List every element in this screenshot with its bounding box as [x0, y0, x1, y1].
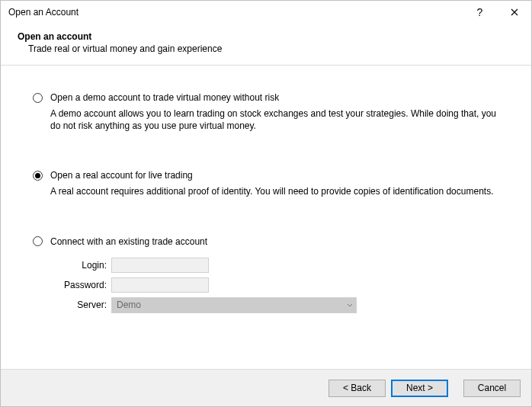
cancel-button[interactable]: Cancel [463, 380, 521, 397]
option-demo-title[interactable]: Open a demo account to trade virtual mon… [50, 92, 279, 103]
server-label: Server: [50, 300, 111, 310]
option-real: Open a real account for live trading A r… [33, 170, 508, 197]
radio-existing[interactable] [33, 236, 43, 246]
option-demo-desc: A demo account allows you to learn tradi… [50, 107, 508, 132]
option-existing-title[interactable]: Connect with an existing trade account [50, 236, 207, 247]
login-label: Login: [50, 260, 111, 271]
radio-demo[interactable] [33, 93, 43, 103]
back-button[interactable]: < Back [328, 380, 386, 397]
wizard-footer: < Back Next > Cancel [1, 369, 531, 406]
close-icon [511, 8, 518, 16]
server-select-value: Demo [117, 300, 141, 310]
content-area: Open a demo account to trade virtual mon… [1, 66, 531, 328]
server-select[interactable]: Demo [111, 297, 357, 313]
password-input[interactable] [111, 277, 209, 293]
next-button[interactable]: Next > [391, 380, 448, 397]
option-demo: Open a demo account to trade virtual mon… [33, 92, 508, 132]
login-input[interactable] [111, 258, 209, 273]
help-button[interactable]: ? [463, 1, 497, 24]
option-real-desc: A real account requires additional proof… [50, 185, 508, 197]
wizard-header: Open an account Trade real or virtual mo… [1, 24, 531, 65]
password-label: Password: [50, 280, 111, 290]
page-heading: Open an account [18, 31, 521, 42]
option-real-title[interactable]: Open a real account for live trading [50, 170, 193, 181]
page-subheading: Trade real or virtual money and gain exp… [28, 43, 521, 54]
option-existing: Connect with an existing trade account L… [33, 236, 508, 313]
window-title: Open an Account [8, 7, 463, 18]
radio-real[interactable] [33, 171, 43, 181]
titlebar: Open an Account ? [1, 1, 531, 24]
close-button[interactable] [497, 1, 531, 24]
chevron-down-icon [347, 301, 353, 309]
existing-form: Login: Password: Server: Demo [50, 258, 508, 313]
